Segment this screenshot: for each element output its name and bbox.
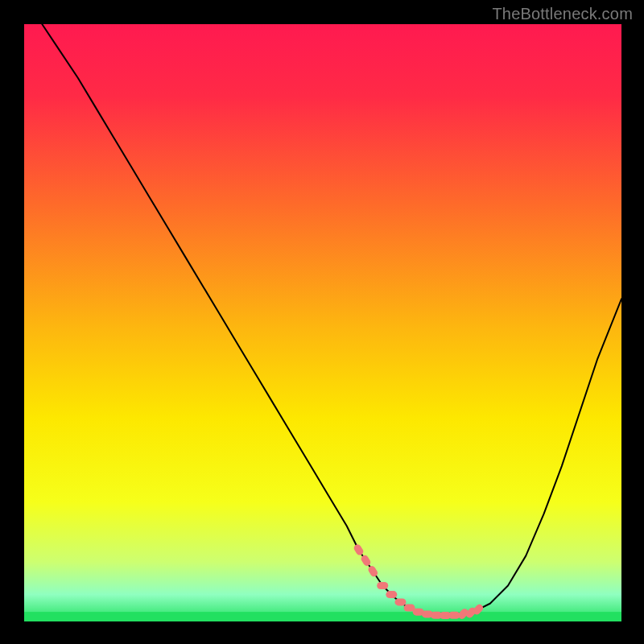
valley-marker bbox=[448, 612, 460, 619]
chart-svg bbox=[24, 24, 621, 621]
plot-panel bbox=[24, 24, 621, 621]
gradient-background bbox=[24, 24, 621, 621]
valley-marker bbox=[377, 582, 388, 589]
valley-marker bbox=[394, 598, 406, 605]
stage: TheBottleneck.com bbox=[0, 0, 644, 644]
watermark-text: TheBottleneck.com bbox=[492, 5, 633, 23]
valley-marker bbox=[386, 591, 397, 598]
bottom-accent-band bbox=[24, 612, 621, 621]
